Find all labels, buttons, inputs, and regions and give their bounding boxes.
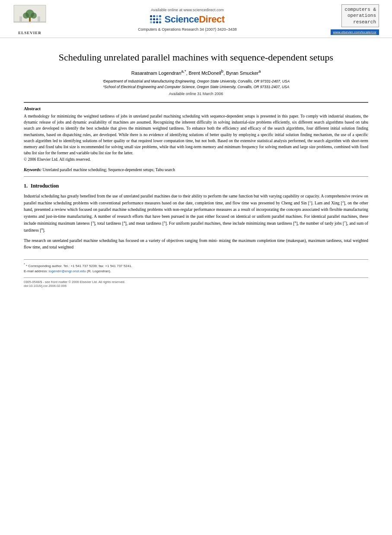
authors-list: Rasaratnam Logendrana,*, Brent McDonellb…	[24, 69, 368, 76]
keywords-label: Keywords:	[24, 168, 41, 172]
sd-dot	[156, 18, 158, 20]
keywords-text: Unrelated parallel machine scheduling; S…	[43, 168, 175, 172]
svg-point-3	[23, 13, 29, 19]
sd-dot	[159, 18, 161, 20]
affil-a2-sup: a	[258, 69, 261, 73]
main-content: Scheduling unrelated parallel machines w…	[0, 38, 392, 301]
cor-line3: research	[344, 19, 376, 25]
sciencedirect-logo: ScienceDirect	[150, 14, 224, 25]
abstract-heading: Abstract	[24, 106, 368, 111]
journal-reference: Computers & Operations Research 34 (2007…	[138, 27, 237, 32]
sd-dot	[150, 18, 152, 20]
abstract-section: Abstract A methodology for minimizing th…	[24, 106, 368, 162]
sd-dot	[153, 21, 155, 23]
section1-title: Introduction	[31, 183, 59, 189]
affil-b-sup: b	[221, 69, 223, 73]
ref-8: 8	[41, 227, 43, 231]
journal-url[interactable]: www.elsevier.com/locate/cor	[331, 29, 379, 35]
svg-point-4	[31, 13, 37, 19]
elsevier-brand-label: ELSEVIER	[18, 31, 41, 35]
elsevier-logo-section: ELSEVIER	[13, 4, 65, 35]
sd-dot	[156, 15, 158, 17]
journal-info-center: Available online at www.sciencedirect.co…	[65, 4, 310, 35]
sd-dot	[153, 18, 155, 20]
elsevier-tree-icon	[13, 4, 47, 29]
bottom-bar: 0305-0548/$ - see front matter © 2006 El…	[24, 277, 368, 288]
ref-4: 4	[124, 220, 125, 224]
page: ELSEVIER Available online at www.science…	[0, 0, 392, 535]
sd-dot	[159, 15, 161, 17]
available-date: Available online 31 March 2006	[24, 92, 368, 96]
section1-header: 1. Introduction	[24, 183, 368, 189]
title-section: Scheduling unrelated parallel machines w…	[24, 47, 368, 96]
ref-5: 5	[164, 220, 166, 224]
sciencedirect-label: ScienceDirect	[164, 14, 224, 25]
affiliation-b: ᵇSchool of Electrical Engineering and Co…	[24, 84, 368, 90]
sd-dot	[153, 15, 155, 17]
footnote-email-address[interactable]: logendrr@engr.onst.edu	[49, 269, 86, 273]
section1-para2: The research on unrelated parallel machi…	[24, 237, 368, 251]
svg-rect-6	[19, 16, 22, 22]
corresponding-sup: *	[185, 69, 186, 73]
cor-line1: computers &	[344, 6, 376, 13]
sd-dot	[150, 21, 152, 23]
ref-6: 6	[295, 220, 296, 224]
ref-2: 2	[342, 200, 344, 204]
keywords-section: Keywords: Unrelated parallel machine sch…	[24, 168, 368, 172]
footnote-email-person: (R. Logendran).	[86, 269, 111, 273]
abstract-divider	[24, 176, 368, 177]
journal-header: ELSEVIER Available online at www.science…	[0, 0, 392, 38]
cor-logo: computers & operations research	[341, 4, 379, 27]
footnote-star: *	[24, 263, 25, 266]
available-online-text: Available online at www.sciencedirect.co…	[151, 8, 224, 12]
footnote-email: E-mail address: logendrr@engr.onst.edu (…	[24, 269, 368, 274]
doi-line: doi:10.1016/j.cor.2006.02.006	[24, 284, 368, 288]
article-title: Scheduling unrelated parallel machines w…	[24, 51, 368, 64]
sd-dot-grid	[150, 15, 162, 24]
footnote-corresponding: * * Corresponding author. Tel.: +1 541 7…	[24, 262, 368, 269]
ref-7: 7	[344, 220, 346, 224]
sd-dot	[159, 21, 161, 23]
cor-logo-section: computers & operations research www.else…	[310, 4, 379, 35]
affiliations: ᵃDepartment of Industrial and Manufactur…	[24, 79, 368, 90]
section1-number: 1.	[24, 183, 28, 189]
sd-dot	[156, 21, 158, 23]
title-divider	[24, 102, 368, 103]
footnote-corresponding-text: * Corresponding author. Tel.: +1 541 737…	[26, 264, 132, 268]
ref-3: 3	[92, 220, 94, 224]
abstract-text-content: A methodology for minimizing the weighte…	[24, 114, 368, 156]
footnote-email-label: E-mail address:	[24, 269, 49, 273]
affil-a-sup: a,	[181, 69, 185, 73]
sd-dot	[150, 15, 152, 17]
abstract-body: A methodology for minimizing the weighte…	[24, 113, 368, 162]
issn-line: 0305-0548/$ - see front matter © 2006 El…	[24, 280, 368, 284]
abstract-copyright: © 2006 Elsevier Ltd. All rights reserved…	[24, 157, 91, 162]
ref-1: 1	[309, 200, 311, 204]
footnotes-section: * * Corresponding author. Tel.: +1 541 7…	[24, 259, 368, 274]
cor-line2: operations	[344, 13, 376, 19]
section1-para1: Industrial scheduling has greatly benefi…	[24, 193, 368, 234]
affiliation-a: ᵃDepartment of Industrial and Manufactur…	[24, 79, 368, 84]
svg-rect-7	[38, 16, 40, 22]
elsevier-logo: ELSEVIER	[13, 4, 47, 35]
